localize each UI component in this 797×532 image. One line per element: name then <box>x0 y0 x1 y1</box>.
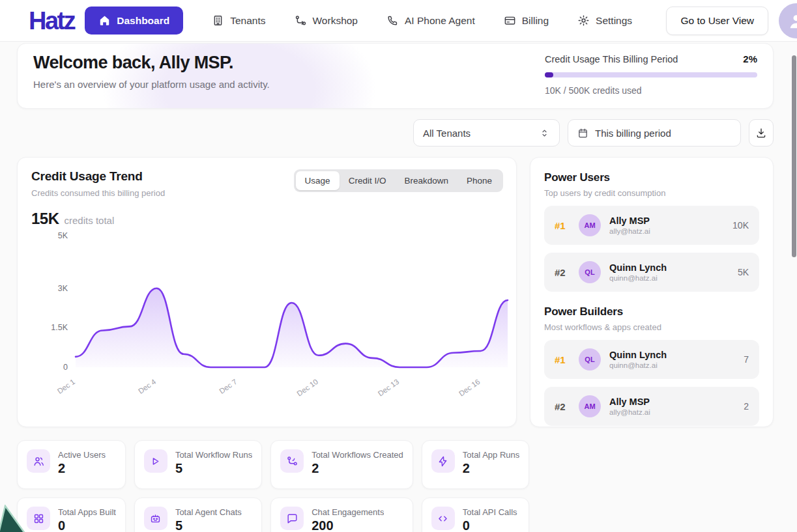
stat-label: Total Agent Chats <box>175 507 242 517</box>
svg-text:Dec 16: Dec 16 <box>457 378 482 398</box>
svg-text:Dec 10: Dec 10 <box>295 378 319 398</box>
home-icon <box>98 14 111 27</box>
stat-label: Total Workflow Runs <box>175 450 252 460</box>
building-icon <box>212 14 224 27</box>
svg-text:0: 0 <box>63 363 68 372</box>
welcome-text: Welcome back, Ally MSP. Here's an overvi… <box>33 44 270 108</box>
credit-usage-trend-card: Credit Usage Trend Credits consumed this… <box>17 157 517 427</box>
period-select-value: This billing period <box>595 128 671 139</box>
leaderboard-subtitle: Most workflows & apps created <box>544 322 759 332</box>
chevrons-icon <box>539 128 550 139</box>
stat-icon-tile <box>431 507 455 530</box>
stat-icon-tile <box>431 449 455 473</box>
billing-period-select[interactable]: This billing period <box>568 119 741 147</box>
tenant-select[interactable]: All Tenants <box>413 119 560 147</box>
user-info: Ally MSPally@hatz.ai <box>609 397 650 416</box>
nav-item-label: Workshop <box>313 15 358 27</box>
gear-icon <box>577 14 590 27</box>
nav-item-billing[interactable]: Billing <box>504 14 549 27</box>
chart-total-suffix: credits total <box>65 215 115 226</box>
credit-usage-detail: 10K / 500K credits used <box>545 85 757 96</box>
tenant-select-value: All Tenants <box>423 128 471 139</box>
stat-label: Active Users <box>58 450 106 460</box>
user-info: Quinn Lynchquinn@hatz.ai <box>609 262 667 282</box>
stat-value: 2 <box>312 461 403 476</box>
stat-icon-tile <box>144 449 167 473</box>
leaderboard-row: #2AMAlly MSPally@hatz.ai2 <box>544 387 759 426</box>
svg-text:Dec 1: Dec 1 <box>56 378 76 395</box>
stat-value: 2 <box>463 461 519 476</box>
cursor-pointer <box>0 505 27 532</box>
card-icon <box>504 14 516 27</box>
chart-tab-breakdown[interactable]: Breakdown <box>395 171 457 190</box>
user-info: Ally MSPally@hatz.ai <box>609 216 650 235</box>
leaderboard-row: #1AMAlly MSPally@hatz.ai10K <box>544 206 759 245</box>
credit-usage-summary: Credit Usage This Billing Period 2% 10K … <box>545 44 757 108</box>
main-grid: Credit Usage Trend Credits consumed this… <box>17 157 774 427</box>
users-icon <box>33 455 45 468</box>
branch-icon <box>286 455 298 468</box>
page-title: Welcome back, Ally MSP. <box>33 53 270 73</box>
stat-icon-tile <box>27 449 50 473</box>
stat-label: Total App Runs <box>463 450 519 460</box>
row-value: 2 <box>744 401 749 412</box>
nav-item-label: Tenants <box>230 15 265 27</box>
credit-usage-chart: 01.5K3K5KDec 1Dec 4Dec 7Dec 10Dec 13Dec … <box>31 229 503 400</box>
nav-item-tenants[interactable]: Tenants <box>212 14 265 27</box>
stat-card-total-workflows-created: Total Workflows Created2 <box>270 440 413 489</box>
nav-item-workshop[interactable]: Workshop <box>295 14 358 27</box>
stat-icon-tile <box>280 507 304 530</box>
avatar: QL <box>579 261 601 283</box>
download-button[interactable] <box>749 119 774 147</box>
chart-tabs: UsageCredit I/OBreakdownPhone <box>294 169 503 192</box>
stat-icon-tile <box>27 507 50 530</box>
chart-title: Credit Usage Trend <box>31 169 165 184</box>
nav-item-label: Dashboard <box>117 15 169 27</box>
hatz-logo[interactable]: Hatz <box>29 8 74 33</box>
avatar: AM <box>579 395 601 417</box>
chart-tab-usage[interactable]: Usage <box>296 171 340 190</box>
phone-icon <box>386 14 399 27</box>
rank-badge: #1 <box>555 220 570 231</box>
nav-item-dashboard[interactable]: Dashboard <box>85 7 183 35</box>
stat-icon-tile <box>144 507 167 530</box>
stat-card-active-users: Active Users2 <box>17 440 126 489</box>
svg-text:5K: 5K <box>58 231 68 240</box>
go-to-user-view-button[interactable]: Go to User View <box>666 7 768 35</box>
stat-value: 200 <box>312 518 384 532</box>
stat-label: Total API Calls <box>463 507 517 517</box>
credit-usage-progress-fill <box>545 72 553 77</box>
chat-icon <box>286 512 298 525</box>
row-value: 7 <box>744 354 749 365</box>
rank-badge: #2 <box>555 401 570 412</box>
chart-tab-credit-i-o[interactable]: Credit I/O <box>340 171 396 190</box>
credit-usage-progressbar <box>545 72 757 77</box>
credit-usage-percent: 2% <box>743 53 757 64</box>
scrollbar-thumb[interactable] <box>792 55 796 257</box>
stat-card-total-api-calls: Total API Calls0 <box>422 497 529 532</box>
stat-icon-tile <box>280 449 304 473</box>
calendar-icon <box>577 128 588 139</box>
nav-right: Go to User View <box>666 3 797 38</box>
bolt-icon <box>437 455 449 468</box>
user-email: ally@hatz.ai <box>609 227 650 235</box>
user-info: Quinn Lynchquinn@hatz.ai <box>609 350 667 369</box>
svg-text:Dec 4: Dec 4 <box>137 377 158 395</box>
leaderboard-power-builders: Power BuildersMost workflows & apps crea… <box>544 305 759 426</box>
nav-item-settings[interactable]: Settings <box>577 14 632 27</box>
stats-grid: Active Users2Total Workflow Runs5Total W… <box>17 440 517 532</box>
nav-item-ai-phone-agent[interactable]: AI Phone Agent <box>386 14 475 27</box>
user-name: Quinn Lynch <box>609 262 667 273</box>
robot-icon <box>149 512 162 525</box>
stat-card-total-apps-built: Total Apps Built0 <box>17 497 126 532</box>
filter-row: All Tenants This billing period <box>17 119 774 147</box>
stat-label: Total Apps Built <box>58 507 116 517</box>
rank-badge: #1 <box>555 354 570 365</box>
download-icon <box>755 127 767 139</box>
leaderboard-power-users: Power UsersTop users by credit consumpti… <box>544 171 759 292</box>
nav-item-label: Billing <box>522 15 549 27</box>
user-email: quinn@hatz.ai <box>609 274 667 282</box>
user-avatar[interactable] <box>779 3 797 38</box>
chart-tab-phone[interactable]: Phone <box>457 171 501 190</box>
page-subtitle: Here's an overview of your platform usag… <box>33 79 270 90</box>
